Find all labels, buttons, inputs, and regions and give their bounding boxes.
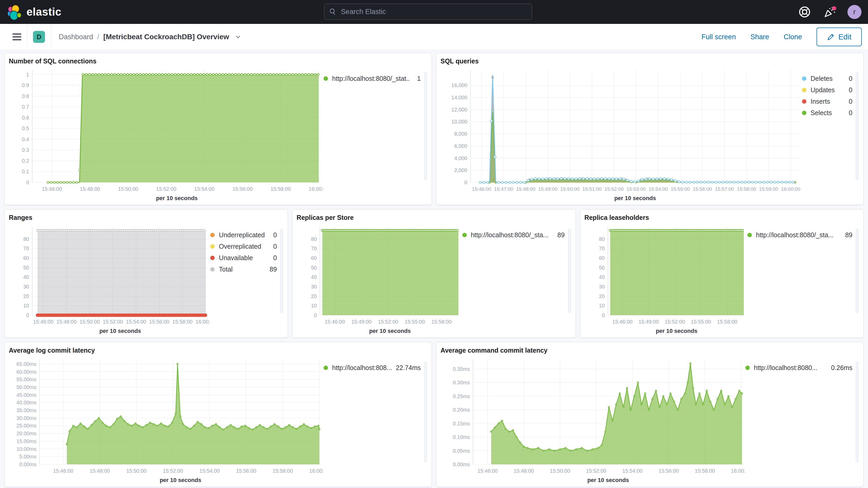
svg-text:0: 0 [26, 312, 29, 318]
svg-text:15:46:00: 15:46:00 [53, 468, 73, 474]
svg-text:80: 80 [23, 236, 29, 242]
svg-text:80: 80 [599, 236, 604, 242]
svg-text:15:50:00: 15:50:00 [80, 319, 100, 325]
notification-dot [832, 6, 836, 10]
chart-legend: Deletes0Updates0Inserts0Selects0 [802, 66, 859, 203]
svg-text:0: 0 [602, 312, 605, 318]
svg-text:15.00ms: 15.00ms [17, 438, 36, 444]
search-icon [329, 8, 336, 16]
legend-item[interactable]: Unavailable0 [210, 252, 283, 264]
chart-plot-area[interactable]: 8070605040302010015:46:0015:48:0015:50:0… [9, 222, 210, 336]
legend-series-label: http://localhost:808... [332, 364, 393, 372]
panel-ranges: Ranges 8070605040302010015:46:0015:48:00… [4, 209, 288, 338]
svg-text:2,000: 2,000 [454, 167, 467, 173]
menu-button[interactable] [12, 32, 21, 42]
legend-series-dot [210, 233, 215, 237]
legend-series-value: 0 [845, 109, 852, 117]
legend-series-value: 22.74ms [396, 364, 421, 372]
breadcrumb: Dashboard / [Metricbeat CockroachDB] Ove… [59, 33, 242, 41]
svg-text:15:54:00: 15:54:00 [126, 319, 146, 325]
legend-series-dot [747, 233, 752, 237]
svg-text:15:54:00: 15:54:00 [194, 186, 215, 192]
svg-text:0.8: 0.8 [22, 93, 29, 99]
svg-text:4,000: 4,000 [454, 155, 467, 161]
share-button[interactable]: Share [750, 33, 769, 41]
svg-text:0: 0 [464, 180, 467, 185]
legend-item[interactable]: Inserts0 [802, 96, 859, 107]
svg-text:per 10 seconds: per 10 seconds [587, 477, 629, 483]
legend-series-label: Total [219, 266, 267, 273]
chart-plot-area[interactable]: 65.00ms60.00ms55.00ms50.00ms45.00ms40.00… [9, 355, 323, 485]
svg-text:80: 80 [311, 236, 317, 242]
legend-series-dot [802, 99, 806, 104]
chart-plot-area[interactable]: 0.35ms0.30ms0.25ms0.20ms0.15ms0.10ms0.05… [440, 355, 745, 485]
edit-button[interactable]: Edit [816, 28, 862, 46]
help-button[interactable] [797, 5, 812, 19]
legend-series-value: 1 [413, 75, 421, 82]
chevron-down-icon[interactable] [235, 33, 242, 40]
legend-series-label: http://localhost:8080... [754, 364, 829, 372]
svg-text:25.00ms: 25.00ms [17, 423, 36, 428]
svg-text:0.25ms: 0.25ms [453, 393, 470, 399]
news-feed-button[interactable] [822, 5, 837, 19]
clone-button[interactable]: Clone [783, 33, 802, 41]
legend-item[interactable]: Overreplicated0 [210, 241, 283, 252]
legend-item[interactable]: http://localhost:8080/_sta...89 [462, 229, 571, 241]
legend-item[interactable]: Total89 [210, 264, 283, 275]
chart-plot-area[interactable]: 16,00014,00012,00010,0008,0006,0004,0002… [440, 66, 802, 203]
legend-series-value: 0 [269, 231, 277, 239]
svg-text:70: 70 [311, 246, 317, 251]
svg-text:15:46:00: 15:46:00 [42, 186, 62, 192]
svg-text:0.9: 0.9 [22, 82, 29, 88]
elastic-logo-icon [7, 5, 22, 19]
legend-item[interactable]: Deletes0 [802, 73, 859, 84]
legend-series-value: 0 [845, 98, 852, 105]
panel-title: Replica leaseholders [585, 213, 859, 222]
chart-plot-area[interactable]: 8070605040302010015:46:0015:49:0015:52:0… [585, 222, 747, 336]
svg-text:15:52:00: 15:52:00 [586, 468, 606, 474]
svg-text:15:48:00: 15:48:00 [80, 186, 100, 192]
svg-text:15:50:00: 15:50:00 [550, 468, 570, 474]
chart-plot-area[interactable]: 10.90.80.70.60.50.40.30.20.1015:46:0015:… [9, 66, 323, 203]
svg-text:15:52:00: 15:52:00 [604, 186, 624, 192]
svg-text:0: 0 [26, 180, 29, 185]
svg-text:15:58:00: 15:58:00 [737, 186, 756, 192]
global-search[interactable] [324, 4, 532, 20]
legend-series-dot [802, 77, 806, 81]
svg-text:55.00ms: 55.00ms [17, 376, 36, 382]
svg-text:65.00ms: 65.00ms [17, 361, 36, 367]
svg-text:15:58:00: 15:58:00 [273, 468, 293, 474]
legend-series-label: Underreplicated [219, 231, 267, 239]
legend-item[interactable]: Updates0 [802, 84, 859, 96]
panel-replicas-per-store: Replicas per Store 8070605040302010015:4… [292, 209, 576, 338]
legend-item[interactable]: http://localhost:8080...0.26ms [745, 362, 859, 373]
search-input[interactable] [340, 7, 527, 16]
user-menu-button[interactable]: r [847, 5, 862, 19]
svg-text:10: 10 [311, 303, 317, 308]
svg-text:16:00:00: 16:00:00 [309, 468, 323, 474]
svg-text:60.00ms: 60.00ms [17, 369, 36, 375]
chart-plot-area[interactable]: 8070605040302010015:46:0015:49:0015:52:0… [297, 222, 462, 336]
legend-series-dot [745, 366, 750, 370]
legend-item[interactable]: http://localhost:808...22.74ms [323, 362, 428, 373]
svg-text:16:00:00: 16:00:00 [195, 319, 210, 325]
legend-item[interactable]: Selects0 [802, 107, 859, 119]
dashboard-app-badge[interactable]: D [33, 31, 45, 43]
svg-text:15:52:00: 15:52:00 [156, 186, 177, 192]
svg-text:15:54:00: 15:54:00 [199, 468, 220, 474]
legend-item[interactable]: Underreplicated0 [210, 229, 283, 241]
svg-text:15:50:00: 15:50:00 [126, 468, 147, 474]
legend-item[interactable]: http://localhost:8080/_sta...89 [747, 229, 859, 241]
svg-text:15:56:00: 15:56:00 [658, 468, 679, 474]
svg-text:15:53:00: 15:53:00 [627, 186, 646, 192]
svg-text:40.00ms: 40.00ms [17, 400, 36, 405]
svg-text:15:48:00: 15:48:00 [56, 319, 77, 325]
svg-text:16:00:00: 16:00:00 [781, 186, 800, 192]
chart-legend: http://localhost:8080/_stat...1 [323, 66, 428, 203]
breadcrumb-dashboard-link[interactable]: Dashboard [59, 33, 93, 41]
elastic-home-link[interactable]: elastic [7, 5, 61, 19]
brand-text: elastic [27, 6, 61, 18]
full-screen-button[interactable]: Full screen [702, 33, 736, 41]
legend-item[interactable]: http://localhost:8080/_stat...1 [323, 73, 428, 84]
legend-series-dot [323, 366, 328, 370]
